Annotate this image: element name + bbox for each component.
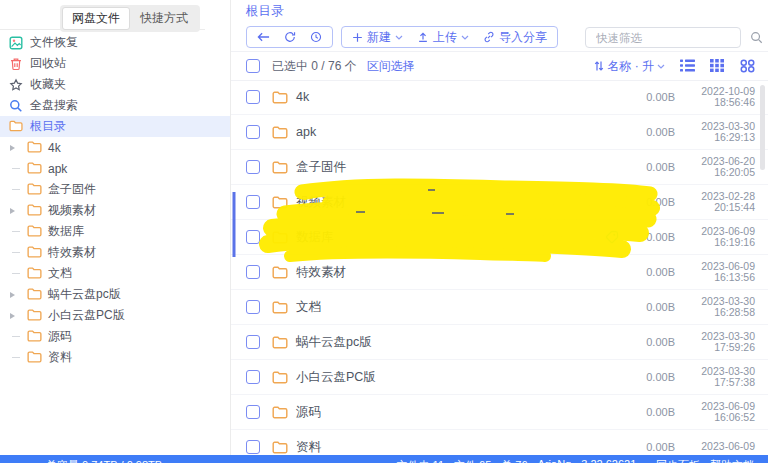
upload-button[interactable]: 上传 (417, 29, 469, 46)
table-row[interactable]: 蜗牛云盘pc版 0.00B 2023-03-30 17:59:26 (231, 325, 768, 360)
row-checkbox[interactable] (246, 195, 260, 209)
row-checkbox[interactable] (246, 405, 260, 419)
file-name[interactable]: 小白云盘PC版 (296, 369, 631, 386)
file-name[interactable]: 文档 (296, 299, 631, 316)
table-row[interactable]: apk 0.00B 2023-03-30 16:29:13 (231, 115, 768, 150)
chevron-down-icon (461, 35, 469, 40)
range-select-link[interactable]: 区间选择 (367, 58, 415, 75)
sidebar-item-root-directory[interactable]: 根目录 (0, 116, 230, 137)
tree-item[interactable]: 源码 (0, 326, 230, 347)
search-icon[interactable] (750, 31, 763, 44)
folder-icon (272, 196, 288, 209)
select-all-checkbox[interactable] (246, 59, 260, 73)
file-name[interactable]: 蜗牛云盘pc版 (296, 334, 631, 351)
folder-icon (272, 231, 288, 244)
folder-icon (9, 120, 23, 134)
tree-item[interactable]: 4k (0, 137, 230, 158)
tree-item[interactable]: 蜗牛云盘pc版 (0, 284, 230, 305)
scrollbar-thumb[interactable] (760, 85, 765, 170)
sidebar-item-global-search[interactable]: 全盘搜索 (0, 95, 230, 116)
tree-item-label: 4k (48, 141, 61, 155)
sidebar: 网盘文件 快捷方式 文件恢复 回收站 收藏夹 (0, 0, 230, 455)
tree-item[interactable]: 数据库 (0, 221, 230, 242)
row-checkbox[interactable] (246, 300, 260, 314)
nav-button-group (246, 26, 333, 48)
row-checkbox[interactable] (246, 230, 260, 244)
table-row[interactable]: 源码 0.00B 2023-06-09 16:06:52 (231, 395, 768, 430)
expand-arrow-icon[interactable] (10, 145, 15, 151)
quick-filter-input[interactable] (586, 32, 750, 44)
folder-icon (272, 406, 288, 419)
row-checkbox[interactable] (246, 90, 260, 104)
table-row[interactable]: 4k 0.00B 2022-10-09 18:56:46 (231, 80, 768, 115)
tree-item-label: 数据库 (48, 223, 84, 240)
row-checkbox[interactable] (246, 335, 260, 349)
sidebar-item-label: 文件恢复 (30, 34, 78, 51)
tree-item[interactable]: apk (0, 158, 230, 179)
new-button[interactable]: 新建 (352, 29, 403, 46)
table-row[interactable]: 特效素材 0.00B 2023-06-09 16:13:56 (231, 255, 768, 290)
tab-cloud-files[interactable]: 网盘文件 (62, 7, 130, 30)
file-name[interactable]: 源码 (296, 404, 631, 421)
main-panel: 根目录 新建 (231, 0, 768, 455)
grid-view-icon[interactable] (710, 59, 725, 73)
image-restore-icon (9, 36, 23, 50)
list-view-icon[interactable] (680, 59, 695, 73)
file-name[interactable]: 4k (296, 90, 631, 104)
tree-item-label: 文档 (48, 265, 72, 282)
row-checkbox[interactable] (246, 265, 260, 279)
sidebar-item-favorites[interactable]: 收藏夹 (0, 74, 230, 95)
row-checkbox[interactable] (246, 125, 260, 139)
import-share-button[interactable]: 导入分享 (483, 29, 547, 46)
time-line: 16:13:56 (687, 272, 755, 284)
file-date: 2023-06-09 (687, 441, 755, 453)
tree-item[interactable]: 资料 (0, 347, 230, 368)
folder-icon (272, 371, 288, 384)
tree-item[interactable]: 盒子固件 (0, 179, 230, 200)
history-button[interactable] (310, 31, 322, 43)
folder-icon (272, 126, 288, 139)
file-name[interactable]: 特效素材 (296, 264, 631, 281)
tree-item[interactable]: 小白云盘PC版 (0, 305, 230, 326)
expand-arrow-icon[interactable] (10, 292, 15, 298)
sidebar-item-file-recovery[interactable]: 文件恢复 (0, 32, 230, 53)
folder-icon (272, 266, 288, 279)
expand-arrow-icon[interactable] (10, 313, 15, 319)
table-row[interactable]: 数据库 0.00B 2023-06-09 16:19:16 (231, 220, 768, 255)
folder-icon (27, 141, 43, 154)
file-name[interactable]: apk (296, 125, 631, 139)
back-button[interactable] (257, 32, 270, 42)
folder-icon (27, 162, 43, 175)
folder-icon (27, 204, 43, 217)
table-row[interactable]: 视频素材 0.00B 2023-02-28 20:15:44 (231, 185, 768, 220)
table-row[interactable]: 小白云盘PC版 0.00B 2023-03-30 17:57:38 (231, 360, 768, 395)
file-size: 0.00B (631, 441, 675, 453)
large-grid-view-icon[interactable] (740, 59, 755, 73)
file-date: 2023-03-30 17:57:38 (687, 366, 755, 389)
tree-item[interactable]: 文档 (0, 263, 230, 284)
file-name[interactable]: 资料 (296, 439, 631, 456)
sidebar-item-recycle-bin[interactable]: 回收站 (0, 53, 230, 74)
expand-arrow-icon[interactable] (10, 208, 15, 214)
table-row[interactable]: 盒子固件 0.00B 2023-06-20 16:20:05 (231, 150, 768, 185)
file-size: 0.00B (631, 231, 675, 243)
tree-item-label: 视频素材 (48, 202, 96, 219)
tree-item[interactable]: 视频素材 (0, 200, 230, 221)
refresh-button[interactable] (284, 31, 296, 43)
folder-icon (27, 183, 43, 196)
file-size: 0.00B (631, 266, 675, 278)
folder-icon (27, 267, 43, 280)
file-name[interactable]: 盒子固件 (296, 159, 631, 176)
row-checkbox[interactable] (246, 370, 260, 384)
tab-shortcuts[interactable]: 快捷方式 (130, 7, 198, 30)
breadcrumb[interactable]: 根目录 (246, 3, 284, 20)
tree-item[interactable]: 特效素材 (0, 242, 230, 263)
row-checkbox[interactable] (246, 440, 260, 454)
row-checkbox[interactable] (246, 160, 260, 174)
sort-control[interactable]: 名称 · 升 (594, 58, 665, 75)
sidebar-tabs: 网盘文件 快捷方式 (60, 5, 200, 32)
file-name[interactable]: 数据库 (296, 229, 605, 246)
folder-icon (272, 91, 288, 104)
file-name[interactable]: 视频素材 (296, 194, 631, 211)
table-row[interactable]: 文档 0.00B 2023-03-30 16:28:58 (231, 290, 768, 325)
